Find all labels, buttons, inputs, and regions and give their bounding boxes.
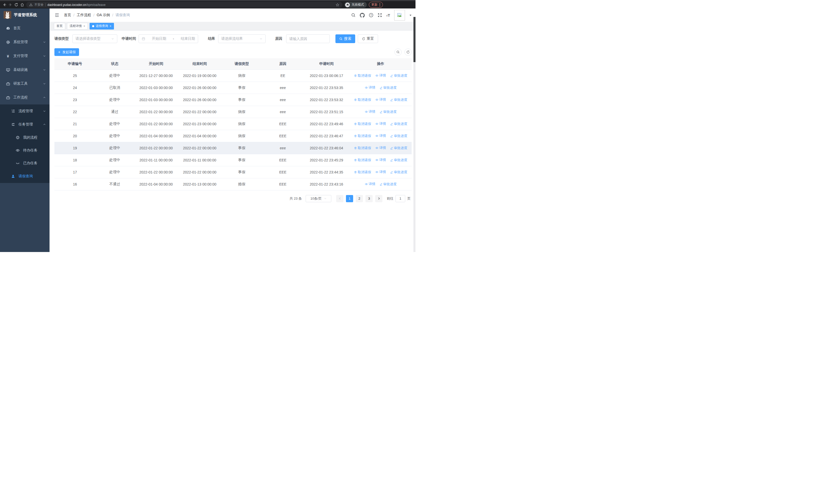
reload-icon[interactable] [15,3,18,7]
sidebar-item-payment[interactable]: ¥ 支付管理 [0,49,50,63]
gear-icon [6,40,10,45]
search-button[interactable]: 搜索 [336,34,355,43]
close-icon[interactable]: × [110,25,111,28]
action-detail-link[interactable]: 详情 [375,134,386,138]
prev-page-button[interactable] [336,195,343,202]
sidebar-item-process-management[interactable]: 流程管理 [0,105,50,118]
page-size-select[interactable]: 10条/页 [306,195,331,202]
end-date-placeholder[interactable]: 结束日期 [181,36,195,41]
action-cancel-leave-link[interactable]: 取消请假 [354,122,371,126]
action-detail-link[interactable]: 详情 [375,97,386,102]
sidebar-item-dev-tools[interactable]: 研发工具 [0,77,50,91]
browser-menu-kebab-icon[interactable] [379,3,380,7]
breadcrumb-home[interactable]: 首页 [64,13,71,18]
browser-update-button[interactable]: 更新 [369,2,383,8]
sidebar-item-workflow[interactable]: 工作流程 [0,91,50,105]
action-detail-link[interactable]: 详情 [365,182,375,186]
github-icon[interactable] [360,13,365,18]
breadcrumb-oa-example[interactable]: OA 示例 [97,13,110,18]
action-cancel-leave-link[interactable]: 取消请假 [354,170,371,175]
scrollbar-thumb[interactable] [413,17,416,62]
table-cell: EEE [262,166,303,178]
bookmark-star-icon[interactable] [336,3,339,7]
back-icon[interactable] [3,3,6,7]
search-toggle-icon[interactable] [395,49,402,56]
actions-cell: 取消请假详情审批进度 [349,69,412,82]
action-progress-link[interactable]: 审批进度 [390,170,407,175]
action-detail-link[interactable]: 详情 [375,121,386,126]
font-size-icon[interactable]: TT [386,13,390,17]
sidebar-item-system[interactable]: 系统管理 [0,35,50,49]
action-cancel-leave-link[interactable]: 取消请假 [354,158,371,162]
action-label: 取消请假 [358,158,371,162]
security-label[interactable]: 不安全 [34,3,44,7]
action-detail-link[interactable]: 详情 [375,146,386,150]
table-cell: 2022-01-22 23:49:46 [303,118,349,130]
action-progress-link[interactable]: 审批进度 [390,97,407,102]
action-cancel-leave-link[interactable]: 取消请假 [354,97,371,102]
reset-button[interactable]: 重置 [358,34,378,43]
action-detail-link[interactable]: 详情 [375,170,386,174]
tab-home[interactable]: 首页 [54,23,65,30]
apply-time-range-picker[interactable]: 开始日期 - 结束日期 [139,34,198,43]
action-progress-link[interactable]: 审批进度 [390,122,407,126]
action-detail-link[interactable]: 详情 [375,73,386,78]
sidebar-item-infrastructure[interactable]: 基础设施 [0,63,50,77]
goto-page-input[interactable] [396,195,405,202]
action-label: 详情 [379,121,386,126]
security-warning-icon[interactable] [29,3,33,6]
close-icon[interactable]: × [83,25,85,28]
caret-down-icon[interactable] [409,14,412,17]
action-progress-link[interactable]: 审批进度 [390,134,407,138]
app-title: 芋道管理系统 [14,12,37,18]
sidebar-item-leave-query[interactable]: 请假查询 [0,170,50,183]
help-icon[interactable]: ? [369,13,373,18]
leave-type-select[interactable]: 请选择请假类型 [73,34,117,43]
action-progress-link[interactable]: 审批进度 [390,73,407,78]
table-cell: EEE [262,130,303,142]
page-unit-label: 页 [407,196,411,201]
home-icon[interactable] [20,3,24,7]
action-detail-link[interactable]: 详情 [375,157,386,162]
action-cancel-leave-link[interactable]: 取消请假 [354,73,371,78]
action-progress-link[interactable]: 审批进度 [379,110,397,114]
action-detail-link[interactable]: 详情 [365,109,375,114]
address-bar[interactable]: 不安全 dashboard.yudao.iocoder.cn/bpm/oa/le… [26,2,342,8]
page-button-2[interactable]: 2 [356,195,363,202]
fullscreen-icon[interactable] [377,13,382,18]
create-leave-button[interactable]: 发起请假 [54,48,79,56]
avatar[interactable] [394,10,405,21]
action-progress-link[interactable]: 审批进度 [390,146,407,150]
tab-process-detail[interactable]: 流程详情 × [67,23,88,30]
sidebar-fold-icon[interactable] [55,13,59,18]
sidebar-item-done-tasks[interactable]: 已办任务 [0,157,50,170]
reason-input[interactable] [289,37,327,41]
page-button-3[interactable]: 3 [366,195,373,202]
refresh-icon[interactable] [404,49,412,56]
action-cancel-leave-link[interactable]: 取消请假 [354,146,371,150]
result-select[interactable]: 请选择流结果 [218,34,266,43]
search-icon[interactable] [351,13,356,18]
page-button-1[interactable]: 1 [346,195,353,202]
sidebar-item-home[interactable]: 首页 [0,21,50,35]
column-header-end-time: 结束时间 [178,58,221,69]
action-detail-link[interactable]: 详情 [365,85,375,90]
chevron-down-icon [43,54,46,58]
sidebar-item-label: 流程管理 [19,109,33,113]
page-url[interactable]: dashboard.yudao.iocoder.cn/bpm/oa/leave [48,3,106,7]
tab-leave-query[interactable]: 请假查询 × [90,23,114,30]
sidebar-item-todo-tasks[interactable]: 待办任务 [0,144,50,157]
table-row: 24已取消2022-01-03 00:00:002022-01-26 00:00… [54,82,412,94]
start-date-placeholder[interactable]: 开始日期 [152,36,166,41]
action-progress-link[interactable]: 审批进度 [379,85,397,90]
forward-icon[interactable] [8,3,12,7]
breadcrumb-separator: / [112,13,113,17]
sidebar-item-my-process[interactable]: 我的流程 [0,131,50,144]
sidebar-item-task-management[interactable]: 任务管理 [0,118,50,131]
action-cancel-leave-link[interactable]: 取消请假 [354,134,371,138]
action-progress-link[interactable]: 审批进度 [390,158,407,162]
breadcrumb-workflow[interactable]: 工作流程 [77,13,91,18]
next-page-button[interactable] [375,195,382,202]
action-progress-link[interactable]: 审批进度 [379,182,397,186]
page-scrollbar[interactable] [413,17,416,252]
